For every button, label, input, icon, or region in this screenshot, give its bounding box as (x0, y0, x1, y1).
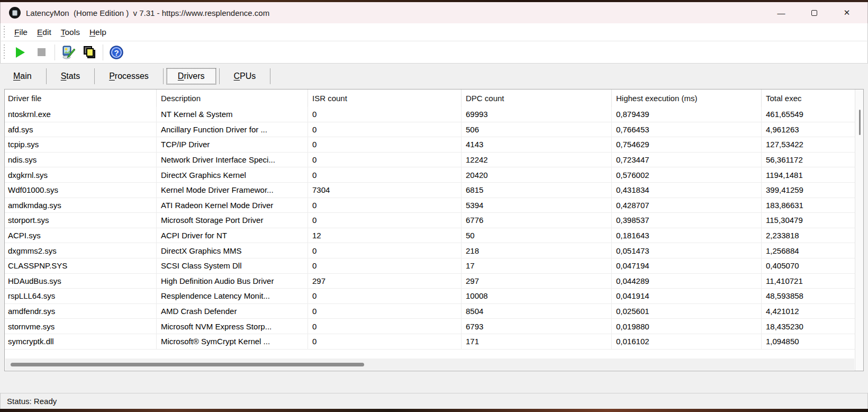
cell-highest-execution: 0,723447 (612, 153, 762, 168)
menu-edit[interactable]: Edit (32, 25, 56, 39)
table-row[interactable]: amdkmdag.sys ATI Radeon Kernel Mode Driv… (5, 198, 859, 213)
app-icon-glyph (12, 10, 17, 16)
cell-dpc-count: 10008 (462, 289, 612, 304)
table-row[interactable]: ACPI.sys ACPI Driver for NT 12 50 0,1816… (5, 228, 859, 244)
cell-description: ATI Radeon Kernel Mode Driver (157, 198, 308, 213)
table-row[interactable]: ndis.sys Network Driver Interface Speci.… (5, 153, 859, 168)
table-row[interactable]: amdfendr.sys AMD Crash Defender 0 8504 0… (5, 304, 859, 319)
help-icon: ? (109, 45, 124, 60)
copy-pages-icon (82, 45, 97, 60)
cell-description: TCP/IP Driver (157, 137, 308, 153)
table-row[interactable]: symcryptk.dll Microsoft® SymCrypt Kernel… (5, 334, 859, 350)
horizontal-scrollbar[interactable] (5, 359, 854, 370)
cell-highest-execution: 0,025601 (612, 304, 762, 319)
cell-highest-execution: 0,431834 (612, 183, 762, 198)
cell-highest-execution: 0,047194 (612, 258, 762, 274)
cell-driver-file: afd.sys (5, 122, 157, 138)
cell-driver-file: amdkmdag.sys (5, 198, 157, 213)
cell-total-execution: 461,65549 (762, 107, 859, 122)
vertical-scrollbar-thumb[interactable] (859, 110, 861, 135)
cell-driver-file: storport.sys (5, 213, 157, 228)
cell-isr-count: 0 (308, 258, 462, 274)
vertical-scrollbar[interactable] (855, 89, 863, 371)
cell-total-execution: 4,421012 (762, 304, 859, 319)
cell-highest-execution: 0,181643 (612, 228, 762, 244)
cell-total-execution: 399,41259 (762, 183, 859, 198)
column-header-isr-count[interactable]: ISR count (308, 89, 462, 107)
table-row[interactable]: stornvme.sys Microsoft NVM Express Storp… (5, 319, 859, 334)
start-monitor-button[interactable] (10, 43, 31, 61)
copy-pages-button[interactable] (79, 43, 100, 61)
horizontal-scrollbar-thumb[interactable] (11, 363, 364, 366)
toolbar: ? (0, 41, 868, 64)
tab-processes[interactable]: Processes (98, 68, 160, 84)
table-row[interactable]: dxgkrnl.sys DirectX Graphics Kernel 0 20… (5, 167, 859, 183)
cell-isr-count: 0 (308, 107, 462, 122)
table-row[interactable]: tcpip.sys TCP/IP Driver 0 4143 0,754629 … (5, 137, 859, 153)
cell-description: High Definition Audio Bus Driver (157, 274, 308, 289)
tab-drivers[interactable]: Drivers (167, 68, 216, 84)
menu-file[interactable]: File (10, 25, 32, 39)
table-row[interactable]: Wdf01000.sys Kernel Mode Driver Framewor… (5, 183, 859, 198)
cell-driver-file: ntoskrnl.exe (5, 107, 157, 122)
cell-description: Ancillary Function Driver for ... (157, 122, 308, 138)
table-row[interactable]: rspLLL64.sys Resplendence Latency Monit.… (5, 289, 859, 304)
cell-description: Microsoft® SymCrypt Kernel ... (157, 334, 308, 350)
minimize-button[interactable]: — (765, 2, 798, 23)
tab-main[interactable]: Main (2, 68, 43, 84)
cell-total-execution: 1,094850 (762, 334, 859, 350)
app-icon (9, 7, 21, 19)
cell-isr-count: 0 (308, 122, 462, 138)
menu-help[interactable]: Help (85, 25, 111, 39)
column-header-highest-execution[interactable]: Highest execution (ms) (612, 89, 762, 107)
table-row[interactable]: dxgmms2.sys DirectX Graphics MMS 0 218 0… (5, 243, 859, 258)
column-header-total-execution[interactable]: Total exec (762, 89, 859, 107)
help-button[interactable]: ? (106, 43, 127, 61)
cell-dpc-count: 20420 (462, 167, 612, 183)
cell-isr-count: 12 (308, 228, 462, 244)
monitor-pen-icon (61, 45, 76, 60)
analyze-report-button[interactable] (58, 43, 79, 61)
cell-description: DirectX Graphics MMS (157, 243, 308, 258)
cell-isr-count: 0 (308, 319, 462, 334)
cell-description: Microsoft NVM Express Storp... (157, 319, 308, 334)
close-icon: ✕ (844, 8, 851, 17)
cell-dpc-count: 17 (462, 258, 612, 274)
cell-isr-count: 0 (308, 213, 462, 228)
column-header-dpc-count[interactable]: DPC count (462, 89, 612, 107)
table-row[interactable]: CLASSPNP.SYS SCSI Class System Dll 0 17 … (5, 258, 859, 274)
table-row[interactable]: afd.sys Ancillary Function Driver for ..… (5, 122, 859, 138)
menu-tools[interactable]: Tools (56, 25, 85, 39)
maximize-button[interactable] (798, 2, 830, 23)
cell-highest-execution: 0,576002 (612, 167, 762, 183)
tab-stats[interactable]: Stats (50, 68, 91, 84)
cell-driver-file: HDAudBus.sys (5, 274, 157, 289)
close-button[interactable]: ✕ (830, 2, 863, 23)
tab-bar: Main Stats Processes Drivers CPUs (0, 64, 868, 89)
latencymon-window: LatencyMon (Home Edition ) v 7.31 - http… (0, 0, 868, 412)
cell-total-execution: 4,961263 (762, 122, 859, 138)
cell-description: NT Kernel & System (157, 107, 308, 122)
column-header-description[interactable]: Description (157, 89, 308, 107)
cell-isr-count: 0 (308, 243, 462, 258)
cell-highest-execution: 0,019880 (612, 319, 762, 334)
cell-dpc-count: 297 (462, 274, 612, 289)
cell-total-execution: 11,410721 (762, 274, 859, 289)
stop-monitor-button[interactable] (31, 43, 52, 61)
table-row[interactable]: storport.sys Microsoft Storage Port Driv… (5, 213, 859, 228)
tab-cpus[interactable]: CPUs (223, 68, 267, 84)
table-row[interactable]: ntoskrnl.exe NT Kernel & System 0 69993 … (5, 107, 859, 122)
cell-highest-execution: 0,398537 (612, 213, 762, 228)
cell-dpc-count: 6776 (462, 213, 612, 228)
cell-highest-execution: 0,044289 (612, 274, 762, 289)
column-header-driver-file[interactable]: Driver file (5, 89, 157, 107)
status-text: Status: Ready (7, 397, 57, 406)
window-controls: — ✕ (765, 2, 863, 23)
table-row[interactable]: HDAudBus.sys High Definition Audio Bus D… (5, 274, 859, 289)
toolbar-separator (103, 44, 103, 60)
cell-dpc-count: 12242 (462, 153, 612, 168)
cell-highest-execution: 0,766453 (612, 122, 762, 138)
cell-dpc-count: 6793 (462, 319, 612, 334)
driver-table-header: Driver file Description ISR count DPC co… (5, 89, 859, 107)
tab-separator (46, 68, 47, 84)
